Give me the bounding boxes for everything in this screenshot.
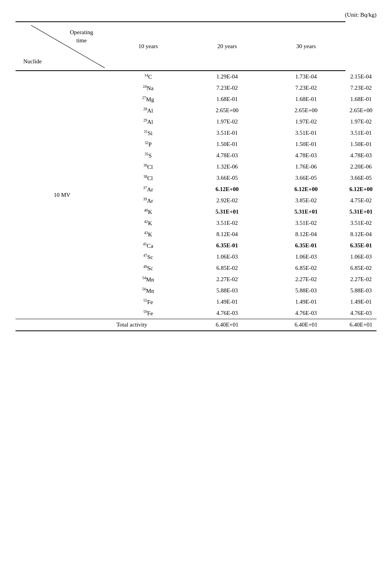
value-cell: 1.76E-06 (267, 161, 345, 172)
energy-col-header: Operating time Nuclide (16, 22, 109, 71)
value-cell: 5.31E+01 (187, 206, 266, 217)
value-cell: 1.32E-06 (187, 161, 266, 172)
value-cell: 8.12E-04 (187, 229, 266, 240)
value-cell: 1.29E-04 (187, 71, 266, 82)
value-cell: 6.12E+00 (345, 184, 376, 195)
value-cell: 3.51E-01 (267, 127, 345, 139)
nuclide-cell: 39Ar (109, 195, 187, 206)
value-cell: 2.20E-06 (345, 161, 376, 172)
nuclide-cell: 47Sc (109, 251, 187, 262)
nuclide-cell: 35S (109, 150, 187, 161)
nuclide-cell: 27Mg (109, 94, 187, 105)
value-cell: 6.35E-01 (267, 240, 345, 251)
value-cell: 1.50E-01 (345, 139, 376, 150)
value-cell: 2.27E-02 (187, 274, 266, 285)
total-value-cell: 6.40E+01 (267, 319, 345, 331)
nuclide-cell: 55Fe (109, 296, 187, 308)
total-label: Total activity (109, 319, 187, 331)
value-cell: 5.88E-03 (187, 285, 266, 296)
value-cell: 1.06E-03 (345, 251, 376, 262)
nuclide-cell: 36Cl (109, 161, 187, 172)
value-cell: 6.85E-02 (187, 262, 266, 274)
value-cell: 1.68E-01 (267, 94, 345, 105)
svg-line-0 (31, 25, 105, 68)
value-cell: 2.65E+00 (345, 105, 376, 116)
value-cell: 3.66E-05 (267, 172, 345, 184)
operating-time-label: Operating time (70, 28, 93, 45)
value-cell: 2.27E-02 (345, 274, 376, 285)
value-cell: 7.23E-02 (345, 82, 376, 94)
value-cell: 2.92E-02 (187, 195, 266, 206)
nuclide-cell: 24Na (109, 82, 187, 94)
value-cell: 2.27E-02 (267, 274, 345, 285)
value-cell: 1.49E-01 (267, 296, 345, 308)
table-row: 10 MV14C1.29E-041.73E-042.15E-04 (16, 71, 376, 82)
value-cell: 4.76E-03 (267, 308, 345, 319)
value-cell: 8.12E-04 (267, 229, 345, 240)
value-cell: 5.88E-03 (345, 285, 376, 296)
value-cell: 6.85E-02 (267, 262, 345, 274)
value-cell: 5.88E-03 (267, 285, 345, 296)
value-cell: 3.85E-02 (267, 195, 345, 206)
value-cell: 5.31E+01 (345, 206, 376, 217)
value-cell: 6.35E-01 (345, 240, 376, 251)
value-cell: 4.78E-03 (267, 150, 345, 161)
value-cell: 3.51E-02 (267, 217, 345, 229)
nuclide-cell: 43K (109, 229, 187, 240)
nuclide-cell: 32P (109, 139, 187, 150)
total-value-cell: 6.40E+01 (345, 319, 376, 331)
value-cell: 4.78E-03 (345, 150, 376, 161)
value-cell: 2.65E+00 (187, 105, 266, 116)
value-cell: 1.50E-01 (187, 139, 266, 150)
col-10-years-header: 10 years (109, 22, 187, 71)
value-cell: 1.68E-01 (345, 94, 376, 105)
energy-cell: 10 MV (16, 71, 109, 319)
nuclide-cell: 42K (109, 217, 187, 229)
value-cell: 6.12E+00 (267, 184, 345, 195)
col-20-years-header: 20 years (187, 22, 266, 71)
value-cell: 1.50E-01 (267, 139, 345, 150)
value-cell: 6.12E+00 (187, 184, 266, 195)
nuclide-cell: 31Si (109, 127, 187, 139)
value-cell: 1.06E-03 (187, 251, 266, 262)
value-cell: 4.76E-03 (187, 308, 266, 319)
value-cell: 4.75E-02 (345, 195, 376, 206)
value-cell: 6.35E-01 (187, 240, 266, 251)
nuclide-cell: 38Cl (109, 172, 187, 184)
value-cell: 3.66E-05 (187, 172, 266, 184)
nuclide-cell: 59Fe (109, 308, 187, 319)
total-value-cell: 6.40E+01 (187, 319, 266, 331)
value-cell: 1.73E-04 (267, 71, 345, 82)
nuclide-cell: 40K (109, 206, 187, 217)
value-cell: 7.23E-02 (187, 82, 266, 94)
value-cell: 1.97E-02 (345, 116, 376, 127)
nuclide-cell: 56Mn (109, 285, 187, 296)
value-cell: 3.51E-01 (345, 127, 376, 139)
value-cell: 1.49E-01 (345, 296, 376, 308)
value-cell: 1.49E-01 (187, 296, 266, 308)
value-cell: 3.51E-01 (187, 127, 266, 139)
value-cell: 4.78E-03 (187, 150, 266, 161)
value-cell: 1.97E-02 (267, 116, 345, 127)
value-cell: 2.15E-04 (345, 71, 376, 82)
col-30-years-header: 30 years (267, 22, 345, 71)
value-cell: 3.66E-05 (345, 172, 376, 184)
value-cell: 3.51E-02 (187, 217, 266, 229)
value-cell: 3.51E-02 (345, 217, 376, 229)
nuclide-cell: 54Mn (109, 274, 187, 285)
nuclide-cell: 28Al (109, 105, 187, 116)
value-cell: 6.85E-02 (345, 262, 376, 274)
nuclide-cell: 29Al (109, 116, 187, 127)
unit-label: (Unit: Bq/kg) (16, 12, 376, 18)
value-cell: 4.76E-03 (345, 308, 376, 319)
value-cell: 2.65E+00 (267, 105, 345, 116)
nuclide-cell: 14C (109, 71, 187, 82)
nuclide-cell: 45Ca (109, 240, 187, 251)
nuclide-header-label: Nuclide (23, 58, 42, 65)
total-row: Total activity6.40E+016.40E+016.40E+01 (16, 319, 376, 331)
nuclide-cell: 37Ar (109, 184, 187, 195)
value-cell: 1.97E-02 (187, 116, 266, 127)
total-energy-cell (16, 319, 109, 331)
value-cell: 1.06E-03 (267, 251, 345, 262)
value-cell: 7.23E-02 (267, 82, 345, 94)
